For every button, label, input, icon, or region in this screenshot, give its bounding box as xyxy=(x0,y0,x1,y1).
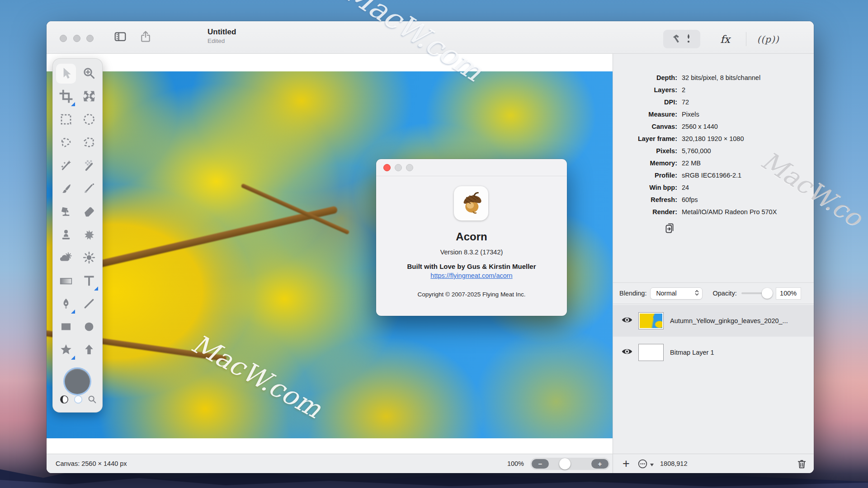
paragraph-button[interactable]: ((p)) xyxy=(750,30,786,48)
close-button[interactable] xyxy=(60,35,67,42)
line-icon xyxy=(82,297,96,312)
close-button[interactable] xyxy=(383,164,391,171)
about-dialog-titlebar[interactable] xyxy=(376,159,567,176)
sidebar-toggle-button[interactable] xyxy=(113,30,128,45)
layer-thumbnail[interactable] xyxy=(638,312,664,329)
rect-shape-tool[interactable] xyxy=(54,316,78,339)
statusbar-divider xyxy=(613,454,613,473)
info-row: Measure:Pixels xyxy=(613,108,814,121)
pointer-tool[interactable] xyxy=(54,62,78,85)
cursor-coordinates: 1808,912 xyxy=(660,454,687,473)
dodge-tool[interactable] xyxy=(54,247,78,270)
window-title-block: Untitled Edited xyxy=(208,28,236,44)
gradient-icon xyxy=(59,273,73,290)
zoom-window-button[interactable] xyxy=(406,164,413,171)
brush-icon xyxy=(59,182,73,197)
layer-options-menu[interactable] xyxy=(637,458,654,471)
crop-tool[interactable] xyxy=(54,85,78,108)
canvas-size-label: Canvas: 2560 × 1440 px xyxy=(56,454,127,473)
about-credit: Built with Love by Gus & Kirstin Mueller xyxy=(376,263,567,270)
contrast-icon[interactable] xyxy=(59,394,69,406)
flyingmeat-link[interactable]: https://flyingmeat.com/acorn xyxy=(430,272,512,279)
zoom-slider[interactable]: − + xyxy=(530,458,610,470)
smudge-tool[interactable] xyxy=(78,224,101,247)
zoom-window-button[interactable] xyxy=(86,35,94,42)
blending-select[interactable]: Normal xyxy=(650,287,703,300)
minimize-button[interactable] xyxy=(395,164,402,171)
p-label: ((p)) xyxy=(757,34,779,45)
clone-stamp-tool[interactable] xyxy=(54,224,78,247)
tools-inspector-button[interactable] xyxy=(663,30,700,48)
image-info-list: Depth:32 bits/pixel, 8 bits/channel Laye… xyxy=(613,72,814,218)
zoom-slider-knob[interactable] xyxy=(559,458,571,469)
sidebar-icon xyxy=(113,30,127,45)
layer-thumbnail-image xyxy=(640,345,662,360)
filters-button[interactable]: fx xyxy=(711,30,739,48)
page-title: Untitled xyxy=(208,28,236,37)
resize-tool[interactable] xyxy=(78,85,101,108)
zoom-tool[interactable] xyxy=(78,62,101,85)
lasso-tool[interactable] xyxy=(54,131,78,155)
opacity-slider-knob[interactable] xyxy=(762,288,773,299)
text-tool[interactable] xyxy=(78,270,101,293)
zoom-in-button[interactable]: + xyxy=(591,459,609,469)
secondary-color-well[interactable] xyxy=(73,394,83,406)
info-row: Depth:32 bits/pixel, 8 bits/channel xyxy=(613,72,814,84)
zoom-out-button[interactable]: − xyxy=(532,459,549,469)
brush-tool[interactable] xyxy=(54,178,78,201)
inspector-panel: Depth:32 bits/pixel, 8 bits/channel Laye… xyxy=(613,54,814,454)
info-row: Render:Metal/IO/AMD Radeon Pro 570X xyxy=(613,206,814,218)
about-version: Version 8.3.2 (17342) xyxy=(376,249,567,256)
layer-row-photo[interactable]: Autumn_Yellow_ginkgo_leaves_2020_... xyxy=(613,305,814,337)
ellipse-marquee-icon xyxy=(82,113,96,128)
add-layer-button[interactable]: + xyxy=(619,454,633,473)
titlebar[interactable]: Untitled Edited fx xyxy=(47,21,814,54)
zoom-plus-icon xyxy=(82,66,96,82)
chevron-down-icon xyxy=(650,464,654,466)
magic-wand-tool[interactable] xyxy=(54,155,78,178)
share-button[interactable] xyxy=(138,30,153,45)
layer-thumbnail[interactable] xyxy=(638,344,664,361)
resize-arrows-icon xyxy=(82,89,96,105)
color-well[interactable] xyxy=(65,369,90,394)
info-row: DPI:72 xyxy=(613,96,814,108)
loupe-icon[interactable] xyxy=(87,394,97,406)
delete-layer-button[interactable] xyxy=(796,458,807,471)
polygon-lasso-icon xyxy=(82,136,96,151)
opacity-slider[interactable] xyxy=(741,292,768,294)
opacity-value[interactable]: 100% xyxy=(776,287,801,300)
ellipse-shape-tool[interactable] xyxy=(78,316,101,339)
tool-variant-indicator xyxy=(71,102,75,106)
brush-mark-icon xyxy=(685,33,692,46)
ellipse-select-tool[interactable] xyxy=(78,108,101,131)
rect-shape-icon xyxy=(59,320,73,335)
tool-variant-indicator xyxy=(71,356,75,360)
layer-visibility-toggle[interactable] xyxy=(621,347,635,358)
lasso-icon xyxy=(59,136,73,151)
pencil-tool[interactable] xyxy=(78,178,101,201)
line-tool[interactable] xyxy=(78,293,101,316)
minimize-button[interactable] xyxy=(73,35,80,42)
instant-alpha-tool[interactable] xyxy=(78,155,101,178)
about-app-name: Acorn xyxy=(376,230,567,243)
pen-tool[interactable] xyxy=(54,293,78,316)
layer-visibility-toggle[interactable] xyxy=(621,315,635,327)
info-row: Layer frame:320,180 868 × 488 xyxy=(613,133,814,145)
flood-fill-tool[interactable] xyxy=(54,201,78,224)
blending-value: Normal xyxy=(656,290,694,297)
stamp-icon xyxy=(59,228,73,243)
star-shape-tool[interactable] xyxy=(54,339,78,362)
burn-tool[interactable] xyxy=(78,247,101,270)
arrow-shape-tool[interactable] xyxy=(78,339,101,362)
rect-select-tool[interactable] xyxy=(54,108,78,131)
polygon-lasso-tool[interactable] xyxy=(78,131,101,155)
gradient-tool[interactable] xyxy=(54,270,78,293)
layer-row-bitmap[interactable]: Bitmap Layer 1 xyxy=(613,337,814,368)
info-row: Canvas:2560 x 1440 xyxy=(613,121,814,133)
eraser-tool[interactable] xyxy=(78,201,101,224)
eye-icon xyxy=(621,350,633,358)
blending-row: Blending: Normal Opacity: 100% xyxy=(613,283,814,304)
cloud-sun-icon xyxy=(59,250,73,267)
copy-info-button[interactable] xyxy=(664,222,675,236)
smudge-splat-icon xyxy=(82,228,96,243)
